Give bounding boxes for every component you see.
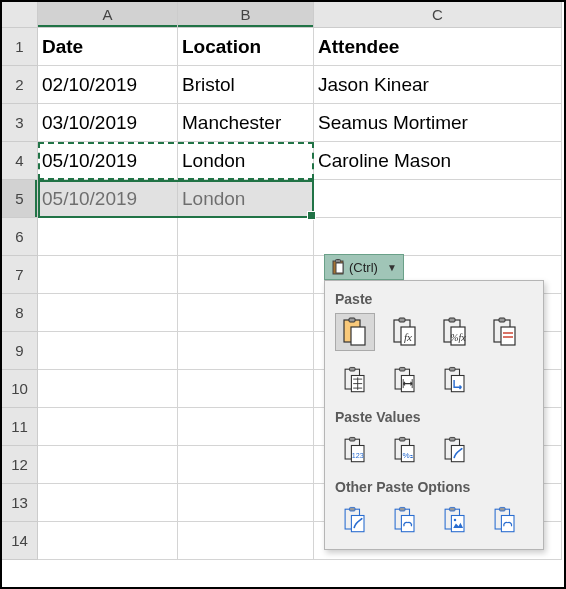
svg-rect-32 [451,376,464,392]
paste-link-option[interactable] [385,501,425,539]
cell-c3[interactable]: Seamus Mortimer [314,104,562,142]
svg-rect-44 [450,437,455,441]
svg-rect-4 [351,327,365,345]
paste-no-borders-option[interactable] [335,361,375,399]
cell-a8[interactable] [38,294,178,332]
cell-a13[interactable] [38,484,178,522]
cell-a10[interactable] [38,370,178,408]
cell-b9[interactable] [178,332,314,370]
cell-b11[interactable] [178,408,314,446]
svg-rect-15 [501,327,515,345]
cell-a2[interactable]: 02/10/2019 [38,66,178,104]
svg-rect-56 [501,516,514,532]
select-all-corner[interactable] [2,2,38,28]
cell-c6[interactable] [314,218,562,256]
svg-rect-2 [336,260,341,263]
paste-values-number-format-option[interactable]: %₂ [385,431,425,469]
svg-text:fx: fx [404,331,412,343]
cell-a11[interactable] [38,408,178,446]
cell-b6[interactable] [178,218,314,256]
svg-rect-52 [451,516,464,532]
cell-a1[interactable]: Date [38,28,178,66]
paste-values-source-formatting-option[interactable] [435,431,475,469]
clipboard-icon [331,259,345,275]
cell-a12[interactable] [38,446,178,484]
paste-linked-picture-option[interactable] [485,501,525,539]
col-header-c[interactable]: C [314,2,562,28]
svg-rect-49 [401,516,414,532]
cell-a4[interactable]: 05/10/2019 [38,142,178,180]
cell-c4[interactable]: Caroline Mason [314,142,562,180]
paste-section-title: Paste [335,291,535,307]
paste-formulas-number-format-option[interactable]: %fx [435,313,475,351]
paste-formatting-option[interactable] [335,501,375,539]
col-header-b[interactable]: B [178,2,314,28]
cell-b8[interactable] [178,294,314,332]
cell-a14[interactable] [38,522,178,560]
svg-rect-25 [350,367,355,371]
cell-a6[interactable] [38,218,178,256]
svg-point-53 [454,519,457,522]
cell-b13[interactable] [178,484,314,522]
svg-rect-57 [500,507,505,511]
row-header-10[interactable]: 10 [2,370,38,408]
svg-rect-33 [450,367,455,371]
row-header-13[interactable]: 13 [2,484,38,522]
row-header-11[interactable]: 11 [2,408,38,446]
cell-b4[interactable]: London [178,142,314,180]
cell-b3[interactable]: Manchester [178,104,314,142]
paste-options-button[interactable]: (Ctrl) ▼ [324,254,404,280]
svg-rect-5 [349,318,355,322]
cell-b14[interactable] [178,522,314,560]
paste-picture-option[interactable] [435,501,475,539]
col-header-a[interactable]: A [38,2,178,28]
paste-values-option[interactable]: 123 [335,431,375,469]
row-header-14[interactable]: 14 [2,522,38,560]
svg-rect-41 [400,437,405,441]
svg-rect-46 [351,516,364,532]
svg-rect-47 [350,507,355,511]
row-header-3[interactable]: 3 [2,104,38,142]
paste-formulas-option[interactable]: fx [385,313,425,351]
cell-b7[interactable] [178,256,314,294]
paste-values-section-title: Paste Values [335,409,535,425]
row-header-6[interactable]: 6 [2,218,38,256]
paste-transpose-option[interactable] [435,361,475,399]
cell-c5[interactable] [314,180,562,218]
svg-rect-9 [399,318,405,322]
cell-b1[interactable]: Location [178,28,314,66]
svg-rect-50 [400,507,405,511]
row-header-8[interactable]: 8 [2,294,38,332]
chevron-down-icon: ▼ [387,262,397,273]
row-header-4[interactable]: 4 [2,142,38,180]
svg-rect-13 [449,318,455,322]
paste-all-option[interactable] [335,313,375,351]
cell-a9[interactable] [38,332,178,370]
svg-rect-1 [336,263,343,273]
svg-text:%₂: %₂ [403,451,413,460]
svg-text:%fx: %fx [450,332,466,343]
cell-c1[interactable]: Attendee [314,28,562,66]
svg-rect-37 [350,437,355,441]
cell-c2[interactable]: Jason Kinear [314,66,562,104]
row-header-5[interactable]: 5 [2,180,38,218]
cell-a7[interactable] [38,256,178,294]
paste-options-panel: Paste fx %fx Paste Values 123 %₂ [324,280,544,550]
row-header-7[interactable]: 7 [2,256,38,294]
other-paste-section-title: Other Paste Options [335,479,535,495]
row-header-9[interactable]: 9 [2,332,38,370]
cell-b12[interactable] [178,446,314,484]
row-header-1[interactable]: 1 [2,28,38,66]
cell-a3[interactable]: 03/10/2019 [38,104,178,142]
paste-keep-source-formatting-option[interactable] [485,313,525,351]
cell-b10[interactable] [178,370,314,408]
paste-options-label: (Ctrl) [349,260,378,275]
row-header-12[interactable]: 12 [2,446,38,484]
svg-rect-30 [400,367,405,371]
cell-b2[interactable]: Bristol [178,66,314,104]
cell-a5[interactable]: 05/10/2019 [38,180,178,218]
cell-b5[interactable]: London [178,180,314,218]
svg-rect-54 [450,507,455,511]
paste-keep-column-widths-option[interactable] [385,361,425,399]
row-header-2[interactable]: 2 [2,66,38,104]
